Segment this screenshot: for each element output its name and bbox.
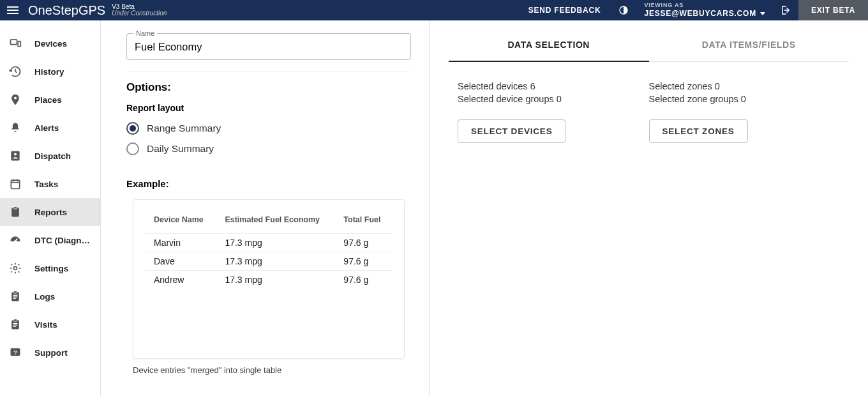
svg-point-3 <box>14 96 17 99</box>
selected-device-groups-count: Selected device groups 0 <box>458 94 649 104</box>
radio-daily-summary[interactable]: Daily Summary <box>126 142 411 155</box>
select-zones-button[interactable]: SELECT ZONES <box>649 119 748 143</box>
svg-rect-14 <box>14 319 17 321</box>
sidebar-item-tasks[interactable]: Tasks <box>0 170 100 198</box>
divider <box>126 72 411 72</box>
sidebar-item-devices[interactable]: Devices <box>0 29 100 57</box>
table-header: Device Name <box>145 202 216 234</box>
example-table: Device NameEstimated Fuel EconomyTotal F… <box>145 202 393 289</box>
svg-rect-4 <box>11 151 19 161</box>
table-cell: 97.6 g <box>334 234 393 252</box>
sidebar-item-label: Support <box>34 348 68 358</box>
sidebar-item-label: History <box>34 67 64 77</box>
radio-label: Range Summary <box>147 123 221 134</box>
logout-icon <box>780 4 791 16</box>
tabs: DATA SELECTION DATA ITEMS/FIELDS <box>449 26 849 62</box>
svg-rect-1 <box>11 40 17 44</box>
clipboard-icon <box>8 204 23 220</box>
contrast-icon <box>618 5 629 15</box>
selected-zones-count: Selected zones 0 <box>649 81 841 91</box>
table-cell: 17.3 mpg <box>216 271 334 289</box>
svg-rect-2 <box>18 42 20 47</box>
svg-rect-12 <box>14 291 17 293</box>
table-cell: Andrew <box>145 271 216 289</box>
calendar-icon <box>8 176 23 192</box>
svg-rect-8 <box>14 207 17 209</box>
table-cell: 97.6 g <box>334 252 393 271</box>
sidebar: DevicesHistoryPlacesAlertsDispatchTasksR… <box>0 20 101 396</box>
viewing-label: VIEWING AS <box>644 2 765 9</box>
sidebar-item-dtc-diagnostics-[interactable]: DTC (Diagnostics) <box>0 226 100 254</box>
history-icon <box>8 64 23 79</box>
theme-toggle[interactable] <box>611 0 636 20</box>
example-box: Device NameEstimated Fuel EconomyTotal F… <box>133 199 405 359</box>
sidebar-item-label: Alerts <box>34 123 59 133</box>
devices-icon <box>8 36 23 51</box>
logout-button[interactable] <box>773 0 798 20</box>
clipboard-lines-icon <box>8 289 23 304</box>
help-icon: ? <box>8 345 23 360</box>
table-cell: 17.3 mpg <box>216 234 334 252</box>
sidebar-item-reports[interactable]: Reports <box>0 198 100 226</box>
layout-title: Report layout <box>126 103 411 113</box>
exit-beta-button[interactable]: EXIT BETA <box>798 0 868 20</box>
sidebar-item-label: DTC (Diagnostics) <box>34 236 92 245</box>
sidebar-item-settings[interactable]: Settings <box>0 254 100 282</box>
options-title: Options: <box>126 81 411 94</box>
menu-button[interactable] <box>0 0 26 20</box>
table-row: Dave17.3 mpg97.6 g <box>145 252 393 271</box>
gear-icon <box>8 261 23 276</box>
svg-point-10 <box>14 267 17 270</box>
svg-rect-6 <box>11 180 19 188</box>
table-row: Andrew17.3 mpg97.6 g <box>145 271 393 289</box>
svg-rect-7 <box>11 208 19 217</box>
table-row: Marvin17.3 mpg97.6 g <box>145 234 393 252</box>
beta-tag: V3 Beta Under Construction <box>112 4 167 17</box>
sidebar-item-label: Logs <box>34 292 55 301</box>
name-label: Name <box>133 29 157 37</box>
hamburger-icon <box>7 10 19 11</box>
location-pin-icon <box>8 92 23 107</box>
selected-devices-count: Selected devices 6 <box>458 81 649 91</box>
table-cell: Dave <box>145 252 216 271</box>
sidebar-item-label: Visits <box>34 320 57 330</box>
sidebar-item-label: Dispatch <box>34 151 71 161</box>
select-devices-button[interactable]: SELECT DEVICES <box>458 119 565 143</box>
sidebar-item-label: Devices <box>34 39 67 49</box>
viewing-as-dropdown[interactable]: VIEWING AS JESSE@WEBUYCARS.COM <box>636 2 773 18</box>
sidebar-item-label: Tasks <box>34 179 58 189</box>
radio-checked-icon <box>126 122 139 135</box>
radio-label: Daily Summary <box>147 143 214 155</box>
name-field-container: Name <box>126 33 411 60</box>
radio-range-summary[interactable]: Range Summary <box>126 122 411 135</box>
radio-unchecked-icon <box>126 142 139 155</box>
sidebar-item-label: Reports <box>34 208 67 217</box>
sidebar-item-label: Places <box>34 95 62 105</box>
contact-icon <box>8 148 23 164</box>
sidebar-item-alerts[interactable]: Alerts <box>0 114 100 142</box>
clipboard-lines-icon <box>8 317 23 332</box>
bell-icon <box>8 120 23 135</box>
sidebar-item-dispatch[interactable]: Dispatch <box>0 142 100 170</box>
sidebar-item-history[interactable]: History <box>0 57 100 86</box>
example-caption: Device entries "merged" into single tabl… <box>133 365 411 375</box>
send-feedback-link[interactable]: SEND FEEDBACK <box>518 0 611 20</box>
beta-subtitle: Under Construction <box>112 10 167 17</box>
sidebar-item-visits[interactable]: Visits <box>0 310 100 339</box>
sidebar-item-places[interactable]: Places <box>0 86 100 114</box>
table-cell: Marvin <box>145 234 216 252</box>
sidebar-item-support[interactable]: ?Support <box>0 339 100 367</box>
example-title: Example: <box>126 178 411 189</box>
svg-point-5 <box>14 153 17 155</box>
app-title: OneStepGPS <box>28 3 105 18</box>
sidebar-item-logs[interactable]: Logs <box>0 282 100 310</box>
viewing-value: JESSE@WEBUYCARS.COM <box>644 9 765 18</box>
table-header: Total Fuel <box>334 202 393 234</box>
selected-zone-groups-count: Selected zone groups 0 <box>649 94 841 104</box>
table-cell: 97.6 g <box>334 271 393 289</box>
table-header: Estimated Fuel Economy <box>216 202 334 234</box>
tab-data-items[interactable]: DATA ITEMS/FIELDS <box>649 26 849 61</box>
tab-data-selection[interactable]: DATA SELECTION <box>449 26 649 61</box>
svg-text:?: ? <box>13 349 17 356</box>
name-input[interactable] <box>135 41 403 53</box>
